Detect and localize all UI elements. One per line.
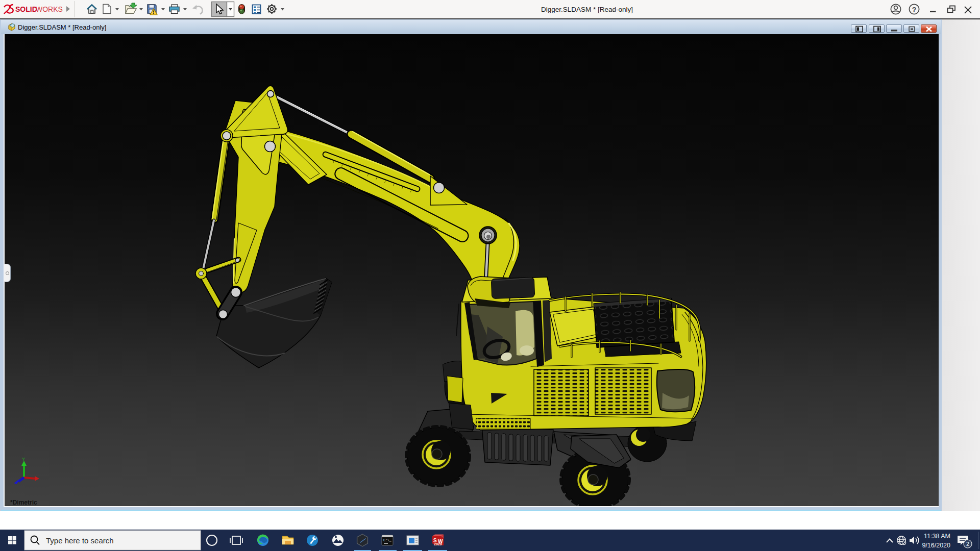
svg-text:11:38 AM: 11:38 AM bbox=[924, 533, 950, 540]
svg-text:2020: 2020 bbox=[434, 542, 442, 546]
svg-text:WORKS: WORKS bbox=[36, 5, 63, 13]
svg-text:Type here to search: Type here to search bbox=[46, 536, 114, 545]
svg-text:C:\_: C:\_ bbox=[383, 539, 391, 542]
svg-text:2: 2 bbox=[966, 541, 969, 547]
svg-text:Digger.SLDASM * [Read-only]: Digger.SLDASM * [Read-only] bbox=[18, 23, 106, 31]
svg-text:?: ? bbox=[912, 6, 917, 14]
svg-text:SOLID: SOLID bbox=[15, 5, 37, 13]
svg-text:Digger.SLDASM * [Read-only]: Digger.SLDASM * [Read-only] bbox=[541, 6, 633, 13]
svg-text:*Dimetric: *Dimetric bbox=[10, 499, 37, 506]
svg-text:9/16/2020: 9/16/2020 bbox=[922, 542, 950, 549]
svg-text:Y: Y bbox=[22, 457, 25, 462]
